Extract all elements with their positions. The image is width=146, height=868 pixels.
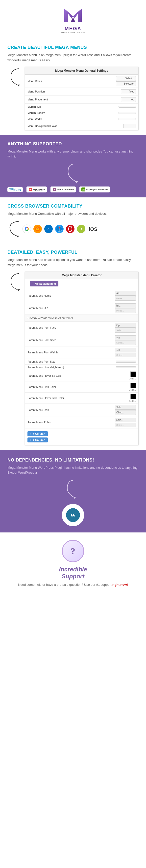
- parent-menu-font-weight-select[interactable]: Select...: [115, 353, 136, 358]
- svg-text:W: W: [53, 189, 55, 191]
- parent-menu-url-placeholder: Pleas...: [115, 309, 136, 313]
- parent-menu-link-color-label: Parent Menu Link Color: [28, 385, 129, 389]
- svg-text:W: W: [30, 189, 31, 191]
- menu-bg-color-input[interactable]: [123, 124, 136, 128]
- parent-menu-font-weight-radio[interactable]: ○ n: [115, 348, 136, 352]
- parent-menu-roles-select[interactable]: Select...: [115, 423, 136, 427]
- arrow-container-2: [7, 163, 139, 183]
- edd-text: easy digital downloads: [86, 188, 108, 191]
- parent-menu-name-input-1[interactable]: Ab...: [115, 291, 136, 296]
- parent-menu-font-style-select[interactable]: Select...: [115, 341, 136, 345]
- detailed-desc: Mega Monster Menu has detailed options i…: [7, 257, 139, 268]
- arrow-container-3: [7, 220, 22, 239]
- hover-bg-color-swatch[interactable]: [131, 372, 136, 377]
- logo-section: MEGA MONSTER MENU: [0, 0, 146, 40]
- parent-menu-line-height-input[interactable]: [116, 366, 136, 368]
- parent-menu-font-face-input[interactable]: Opt...: [115, 323, 136, 328]
- menu-roles-input-2[interactable]: Select rol: [116, 81, 136, 86]
- features-desc: Mega Monster Menu is an mega menu plugin…: [7, 53, 139, 63]
- add-item-wrapper: + Mega Menu Item: [25, 279, 138, 290]
- link-color-swatch[interactable]: [131, 383, 136, 388]
- link-color-default: Defla...: [129, 389, 136, 391]
- svg-marker-32: [18, 289, 20, 291]
- margin-bottom-input[interactable]: [118, 112, 136, 114]
- support-description: Need some help or have a pre-sale questi…: [5, 582, 141, 588]
- column-btn-2-label: + Column: [33, 438, 45, 441]
- parent-menu-font-style-radio[interactable]: ● n: [115, 335, 136, 340]
- arrow-left-1: [7, 67, 25, 88]
- add-mega-menu-item-button[interactable]: + Mega Menu Item: [30, 281, 59, 286]
- creator-row-font-face: Parent Menu Font Face Opt... Select...: [25, 322, 138, 334]
- browser-arrow-row: e ✦ iOS: [7, 220, 139, 239]
- support-desc-text: Need some help or have a pre-sale questi…: [18, 583, 112, 587]
- creator-row-line-height: Parent Menu Line Height (em): [25, 365, 138, 370]
- settings-row-margin-bottom: Margin Bottom: [25, 110, 138, 116]
- svg-text:✦: ✦: [80, 227, 83, 231]
- parent-menu-roles-input[interactable]: Sele...: [115, 417, 136, 422]
- browsers-icons-row: e ✦ iOS: [22, 224, 97, 235]
- menu-width-input[interactable]: [118, 118, 136, 120]
- logo-subtitle: MONSTER MENU: [61, 31, 85, 34]
- curved-arrow-icon-1: [7, 67, 22, 87]
- arrow-panel-1: Mega Monster Menu General Settings Menu …: [7, 67, 139, 130]
- column-buttons-wrapper: + + Column + + Column: [25, 429, 138, 445]
- parent-menu-url-label: Parent Menu URL: [28, 307, 115, 310]
- opera-icon: [66, 224, 75, 235]
- parent-menu-font-size-input[interactable]: [116, 361, 136, 363]
- plus-icon-1: +: [30, 432, 31, 435]
- margin-top-input[interactable]: [118, 106, 136, 107]
- parent-menu-name-placeholder: Pleas...: [115, 296, 136, 301]
- settings-panel-title: Mega Monster Menu General Settings: [25, 67, 138, 75]
- menu-placement-input[interactable]: top: [121, 97, 136, 102]
- parent-menu-font-face-select[interactable]: Select...: [115, 328, 136, 333]
- supported-title: ANYTHING SUPPORTED: [7, 142, 139, 147]
- support-title-line2: Support: [62, 573, 84, 580]
- menu-position-input[interactable]: fixed: [121, 89, 136, 94]
- ie-icon: e: [44, 224, 53, 235]
- edd-icon: EDD: [81, 187, 85, 191]
- svg-marker-33: [73, 497, 76, 499]
- ios-label: iOS: [89, 226, 97, 232]
- svg-text:W: W: [70, 512, 76, 518]
- wpml-logo-text: WPML.org: [9, 188, 21, 191]
- menu-placement-label: Menu Placement: [28, 98, 121, 101]
- arrow-left-4: [7, 272, 25, 292]
- margin-top-label: Margin Top: [28, 105, 118, 108]
- curved-arrow-icon-4: [7, 272, 22, 291]
- parent-menu-name-label: Parent Menu Name: [28, 294, 115, 297]
- firefox-icon: [33, 224, 42, 235]
- parent-menu-line-height-label: Parent Menu Line Height (em): [28, 366, 116, 369]
- parent-menu-font-face-label: Parent Menu Font Face: [28, 326, 115, 329]
- support-link[interactable]: right now!: [112, 583, 128, 587]
- add-column-button-1[interactable]: + + Column: [28, 431, 48, 436]
- support-title: Incredible Support: [5, 566, 141, 580]
- wordpress-icon: W: [66, 508, 80, 523]
- nodep-arrow-container: [7, 479, 139, 499]
- creator-row-name: Parent Menu Name Ab... Pleas...: [25, 290, 138, 302]
- hover-link-color-swatch[interactable]: [131, 394, 136, 399]
- supported-section: ANYTHING SUPPORTED Mega Monster Menu wor…: [0, 135, 146, 198]
- safari-icon: [55, 224, 64, 235]
- supported-desc: Mega Monster Menu works with any theme, …: [7, 149, 139, 159]
- wpbakery-icon: W: [29, 187, 32, 191]
- wordpress-logo-wrap: W: [7, 504, 139, 526]
- add-column-button-2[interactable]: + + Column: [28, 437, 48, 442]
- creator-panel: Mega Monster Menu Creator + Mega Menu It…: [25, 272, 139, 445]
- creator-panel-title: Mega Monster Menu Creator: [25, 272, 138, 279]
- android-icon: ✦: [77, 224, 86, 235]
- parent-menu-icon-label: Parent Menu Icon: [28, 408, 115, 411]
- settings-row-menu-bg-color: Menu Background Color: [25, 122, 138, 130]
- hover-link-color-default: Defla...: [129, 400, 136, 402]
- settings-row-margin-top: Margin Top: [25, 104, 138, 110]
- arrow-panel-4: Mega Monster Menu Creator + Mega Menu It…: [7, 272, 139, 445]
- parent-menu-url-input[interactable]: htt...: [115, 303, 136, 308]
- features-section: CREATE BEAUTIFUL MEGA MENUS Mega Monster…: [0, 40, 146, 135]
- parent-menu-icon-choose[interactable]: Choo...: [115, 410, 136, 415]
- creator-row-font-size: Parent Menu Font Size: [25, 359, 138, 365]
- svg-marker-11: [16, 236, 19, 238]
- settings-row-menu-roles: Menu Roles Select o Select rol: [25, 75, 138, 88]
- menu-roles-input-1[interactable]: Select o: [116, 76, 136, 81]
- svg-text:e: e: [47, 227, 49, 231]
- parent-menu-icon-select[interactable]: Sele...: [115, 405, 136, 410]
- nodep-title: NO DEPENDENCIES, NO LIMITATIONS!: [7, 458, 139, 463]
